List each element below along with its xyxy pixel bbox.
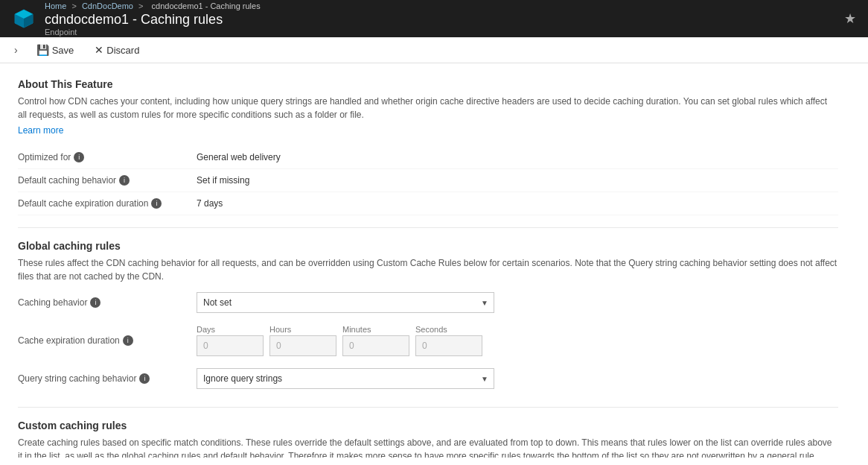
hours-field: Hours: [269, 325, 336, 356]
header-title: cdndocdemo1 - Caching rules: [45, 12, 264, 28]
info-row-default-caching: Default caching behavior i Set if missin…: [18, 169, 838, 192]
about-desc: Control how CDN caches your content, inc…: [18, 95, 838, 121]
cdn-icon: [12, 7, 36, 31]
seconds-input[interactable]: [415, 335, 482, 356]
optimized-value: General web delivery: [197, 152, 281, 162]
expiration-info-icon[interactable]: i: [151, 198, 162, 209]
global-section: Global caching rules These rules affect …: [18, 240, 838, 283]
breadcrumb-sep1: >: [71, 1, 78, 10]
days-field: Days: [197, 325, 264, 356]
query-string-select-wrapper: Ignore query strings Bypass caching for …: [197, 368, 494, 389]
discard-label: Discard: [106, 45, 139, 56]
info-row-optimized: Optimized for i General web delivery: [18, 146, 838, 169]
info-grid: Optimized for i General web delivery Def…: [18, 146, 838, 215]
caching-behavior-label: Caching behavior: [18, 297, 87, 308]
about-section: About This Feature Control how CDN cache…: [18, 78, 838, 146]
discard-icon: ✕: [95, 44, 103, 56]
caching-behavior-select[interactable]: Not set Bypass cache Override Set if mis…: [197, 292, 494, 313]
divider-1: [18, 227, 838, 228]
info-row-expiration: Default cache expiration duration i 7 da…: [18, 192, 838, 215]
seconds-field: Seconds: [415, 325, 482, 356]
default-caching-info-icon[interactable]: i: [119, 175, 130, 186]
about-title: About This Feature: [18, 78, 838, 90]
breadcrumb-sep2: >: [138, 1, 145, 10]
seconds-label: Seconds: [415, 325, 482, 334]
query-string-label: Query string caching behavior: [18, 373, 136, 384]
breadcrumb-current: cdndocdemo1 - Caching rules: [152, 1, 261, 10]
save-label: Save: [52, 45, 74, 56]
discard-button[interactable]: ✕ Discard: [90, 42, 144, 58]
minutes-input[interactable]: [342, 335, 409, 356]
cache-expiration-info-icon[interactable]: i: [123, 335, 133, 346]
learn-more-link[interactable]: Learn more: [18, 125, 63, 136]
cache-expiration-row: Cache expiration duration i Days Hours: [18, 319, 838, 362]
cache-expiration-label: Cache expiration duration: [18, 335, 120, 346]
save-icon: 💾: [36, 44, 49, 56]
custom-desc: Create caching rules based on specific m…: [18, 436, 838, 458]
hours-label: Hours: [269, 325, 336, 334]
hours-input[interactable]: [269, 335, 336, 356]
duration-fields: Days Hours Minutes Seconds: [197, 325, 494, 356]
days-input[interactable]: [197, 335, 264, 356]
query-string-info-icon[interactable]: i: [139, 373, 150, 384]
pin-icon[interactable]: ★: [844, 10, 856, 27]
caching-behavior-row: Caching behavior i Not set Bypass cache …: [18, 286, 838, 319]
expiration-label: Default cache expiration duration: [18, 198, 148, 209]
days-label: Days: [197, 325, 264, 334]
collapse-sidebar-btn[interactable]: ›: [12, 42, 20, 58]
breadcrumb-parent[interactable]: CdnDocDemo: [82, 1, 133, 10]
minutes-field: Minutes: [342, 325, 409, 356]
save-button[interactable]: 💾 Save: [32, 42, 79, 58]
header-subtitle: Endpoint: [45, 28, 264, 37]
global-title: Global caching rules: [18, 240, 838, 252]
caching-behavior-select-wrapper: Not set Bypass cache Override Set if mis…: [197, 292, 494, 313]
expiration-value: 7 days: [197, 198, 223, 209]
caching-behavior-info-icon[interactable]: i: [90, 297, 100, 308]
query-string-row: Query string caching behavior i Ignore q…: [18, 362, 838, 395]
optimized-info-icon[interactable]: i: [74, 152, 84, 162]
custom-title: Custom caching rules: [18, 420, 838, 431]
divider-2: [18, 407, 838, 408]
optimized-label: Optimized for: [18, 152, 71, 162]
global-desc: These rules affect the CDN caching behav…: [18, 256, 838, 283]
default-caching-label: Default caching behavior: [18, 175, 116, 186]
breadcrumb-home[interactable]: Home: [45, 1, 66, 10]
custom-section: Custom caching rules Create caching rule…: [18, 420, 838, 458]
minutes-label: Minutes: [342, 325, 409, 334]
default-caching-value: Set if missing: [197, 175, 249, 186]
query-string-select[interactable]: Ignore query strings Bypass caching for …: [197, 368, 494, 389]
